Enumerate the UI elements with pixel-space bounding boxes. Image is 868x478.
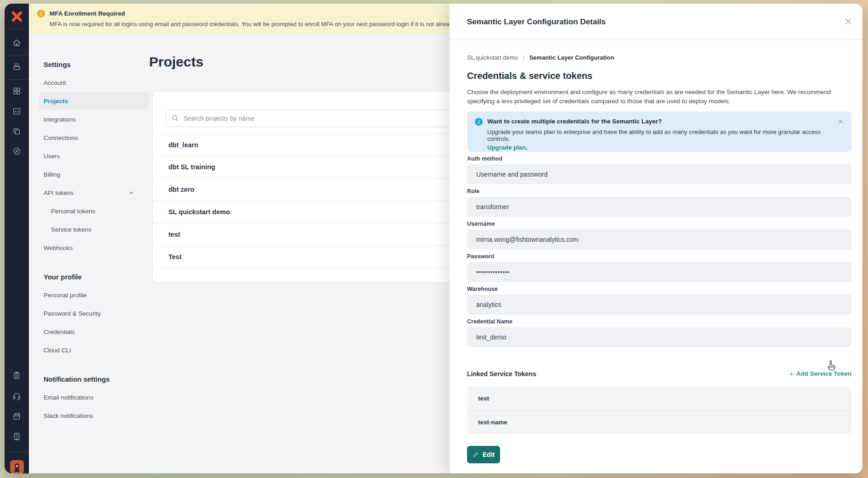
icon-rail [5,4,29,473]
linked-service-tokens-label: Linked Service Tokens [467,370,536,378]
semantic-layer-drawer: Semantic Layer Configuration Details SL … [450,4,862,473]
organization-building-icon[interactable] [12,432,22,441]
nav-item-password-security[interactable]: Password & Security [39,304,149,322]
close-icon[interactable] [843,17,853,27]
edit-button-label: Edit [483,451,495,458]
rail-divider [5,28,29,29]
nav-item-cloud-cli[interactable]: Cloud CLI [39,341,149,359]
breadcrumb: SL quickstart demo / Semantic Layer Conf… [467,54,851,61]
chevron-down-icon [128,189,134,196]
nav-item-webhooks[interactable]: Webhooks [39,239,149,257]
info-icon: i [475,118,483,126]
plus-icon: + [790,370,794,378]
drawer-header: Semantic Layer Configuration Details [450,4,862,40]
user-avatar[interactable] [10,460,24,473]
project-row[interactable]: Test [153,246,473,268]
warehouse-field: Warehouse analytics [467,286,851,315]
add-service-token-label: Add Service Token [796,370,851,377]
docs-book-icon[interactable] [12,411,22,421]
credentials-heading: Credentials & service tokens [467,71,851,81]
your-profile-heading: Your profile [39,267,149,286]
warning-icon: ! [37,10,45,17]
role-field: Role transformer [467,188,851,217]
service-token-row[interactable]: test [467,386,851,410]
nav-item-billing[interactable]: Billing [39,165,149,183]
credentials-description: Choose the deployment environment and co… [467,88,851,106]
service-token-row[interactable]: test-name [467,410,851,434]
notification-settings-heading: Notification settings [39,370,149,388]
nav-item-users[interactable]: Users [39,147,149,165]
app-window: ! MFA Enrollment Required MFA is now req… [5,4,862,473]
mfa-banner: ! MFA Enrollment Required MFA is now req… [29,4,450,33]
username-value: mirna.wong@fishtownanalytics.com [467,229,851,250]
project-row[interactable]: dbt zero [153,178,473,201]
pencil-icon [473,451,479,458]
desktop-background: ! MFA Enrollment Required MFA is now req… [0,0,868,478]
username-field: Username mirna.wong@fishtownanalytics.co… [467,221,851,250]
auth-method-value: Username and password [467,164,851,184]
breadcrumb-current: Semantic Layer Configuration [529,54,614,61]
page-title: Projects [149,54,203,70]
nav-item-email-notifications[interactable]: Email notifications [39,388,149,406]
nav-item-personal-profile[interactable]: Personal profile [39,286,149,304]
nav-item-account[interactable]: Account [39,73,149,92]
search-icon [171,114,179,122]
nav-item-label: API tokens [44,189,73,196]
auth-method-field: Auth method Username and password [467,156,851,184]
projects-card: dbt_learn dbt SL training dbt zero SL qu… [152,91,473,283]
search-projects-input[interactable] [166,110,463,127]
upgrade-plan-link[interactable]: Upgrade plan. [487,144,528,151]
breadcrumb-parent[interactable]: SL quickstart demo [467,54,518,61]
password-value: •••••••••••••• [467,262,851,282]
nav-item-api-tokens[interactable]: API tokens [39,183,149,202]
dbt-logo-icon[interactable] [11,10,23,23]
projects-list: dbt_learn dbt SL training dbt zero SL qu… [153,133,473,268]
nav-item-integrations[interactable]: Integrations [39,110,149,128]
code-editor-icon[interactable] [12,106,22,116]
project-row[interactable]: dbt_learn [153,133,473,156]
project-row[interactable]: dbt SL training [153,156,473,178]
field-label: Username [467,221,851,228]
rail-divider [5,79,29,80]
drawer-title: Semantic Layer Configuration Details [467,17,606,27]
nav-item-projects[interactable]: Projects [39,92,149,110]
deploy-stack-icon[interactable] [12,62,22,72]
nav-item-connections[interactable]: Connections [39,128,149,147]
dashboard-grid-icon[interactable] [12,86,22,96]
field-label: Warehouse [467,286,851,293]
copy-duplicate-icon[interactable] [12,127,22,136]
credential-name-field: Credential Name test_demo [467,318,851,347]
info-box-close-icon[interactable] [837,118,844,125]
nav-item-credentials[interactable]: Credentials [39,322,149,341]
home-icon[interactable] [12,38,22,48]
upgrade-info-box: i Want to create multiple credentials fo… [467,111,851,152]
rail-divider [5,452,29,453]
password-field: Password •••••••••••••• [467,253,851,282]
support-headset-icon[interactable] [12,391,22,401]
edit-button[interactable]: Edit [467,446,500,463]
credential-name-value: test_demo [467,327,851,347]
info-box-body: Upgrade your teams plan to enterprise an… [487,128,831,142]
breadcrumb-separator: / [523,54,524,61]
nav-item-service-tokens[interactable]: Service tokens [39,220,149,239]
banner-body: MFA is now required for all logins using… [29,21,450,28]
role-value: transformer [467,197,851,217]
nav-item-personal-tokens[interactable]: Personal tokens [39,202,149,220]
add-service-token-button[interactable]: + Add Service Token [790,370,851,378]
field-label: Credential Name [467,318,851,325]
field-label: Password [467,253,851,260]
warehouse-value: analytics [467,295,851,315]
project-row[interactable]: SL quickstart demo [153,201,473,223]
settings-heading: Settings [39,55,149,73]
service-tokens-list: test test-name [467,386,851,434]
explore-compass-icon[interactable] [12,146,22,156]
settings-nav: Settings Account Projects Integrations C… [39,55,149,425]
info-box-title: Want to create multiple credentials for … [487,118,831,125]
project-row[interactable]: test [153,223,473,246]
changelog-clipboard-icon[interactable] [12,371,22,380]
banner-title: MFA Enrollment Required [50,10,125,17]
field-label: Auth method [467,156,851,162]
nav-item-slack-notifications[interactable]: Slack notifications [39,406,149,425]
rail-divider [5,56,29,56]
field-label: Role [467,188,851,195]
